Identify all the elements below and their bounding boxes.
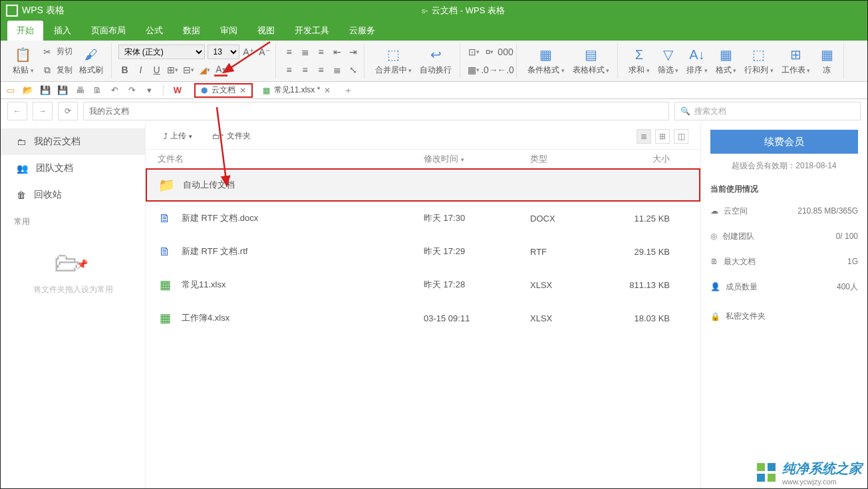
file-row[interactable]: 🗎新建 RTF 文档.rtf昨天 17:29RTF29.15 KB xyxy=(146,235,700,268)
freeze-button[interactable]: ▦冻 xyxy=(814,43,839,79)
newfolder-button[interactable]: 🗀⁺文件夹 xyxy=(206,127,257,145)
paste-button[interactable]: 📋 粘贴 xyxy=(9,46,38,76)
file-row[interactable]: ▦常见11.xlsx昨天 17:28XLSX811.13 KB xyxy=(146,268,700,301)
worksheet-button[interactable]: ⊞工作表 xyxy=(778,43,815,79)
file-row[interactable]: ▦工作簿4.xlsx03-15 09:11XLSX18.03 KB xyxy=(146,301,700,335)
indent-dec-icon[interactable]: ⇤ xyxy=(331,45,344,59)
search-box[interactable]: 🔍 搜索文档 xyxy=(674,102,861,120)
format-button[interactable]: ▦格式 xyxy=(712,43,741,79)
private-folder[interactable]: 🔒私密文件夹 xyxy=(710,311,858,322)
file-name: 自动上传文档 xyxy=(183,179,235,191)
menu-formula[interactable]: 公式 xyxy=(136,21,172,41)
cut-button[interactable]: ✂剪切 xyxy=(41,43,72,61)
refresh-button[interactable]: ⟳ xyxy=(58,102,78,120)
save-icon[interactable]: 💾 xyxy=(39,84,51,96)
forward-button[interactable]: → xyxy=(33,102,53,120)
wrap-button[interactable]: ↩自动换行 xyxy=(416,43,456,79)
italic-icon[interactable]: I xyxy=(134,63,148,77)
font-family-select[interactable]: 宋体 (正文) xyxy=(118,45,205,59)
cell-style-icon[interactable]: ▦ xyxy=(467,63,480,77)
col-name[interactable]: 文件名 xyxy=(158,153,424,165)
condfmt-button[interactable]: ▦条件格式 xyxy=(523,43,569,79)
print-icon[interactable]: 🖶 xyxy=(74,84,86,96)
menu-insert[interactable]: 插入 xyxy=(45,21,80,41)
font-shrink-icon[interactable]: A⁻ xyxy=(258,45,271,59)
file-row[interactable]: 🗎新建 RTF 文档.docx昨天 17:30DOCX11.25 KB xyxy=(146,202,700,235)
merge-button[interactable]: ⬚合并居中 xyxy=(371,43,416,79)
close-icon[interactable]: ✕ xyxy=(324,86,331,95)
dropzone[interactable]: 🗁📌 将文件夹拖入设为常用 xyxy=(1,247,145,295)
renew-button[interactable]: 续费会员 xyxy=(710,130,858,154)
font-color-icon[interactable]: A xyxy=(214,63,227,77)
border2-icon[interactable]: ⊟ xyxy=(182,63,196,77)
menu-devtools[interactable]: 开发工具 xyxy=(285,21,339,41)
align-right-icon[interactable]: ≡ xyxy=(315,63,328,77)
cloud-icon: ☁ xyxy=(710,206,718,216)
expire-text: 超级会员有效期：2018-08-14 xyxy=(710,160,858,172)
more-icon[interactable]: ▾ xyxy=(143,84,155,96)
align-left-icon[interactable]: ≡ xyxy=(283,63,296,77)
indent-inc-icon[interactable]: ⇥ xyxy=(347,45,360,59)
col-size[interactable]: 大小 xyxy=(603,153,670,165)
open-icon[interactable]: 📂 xyxy=(22,84,34,96)
wps-logo-icon[interactable]: W xyxy=(172,84,184,96)
align-top-icon[interactable]: ≡ xyxy=(283,45,296,59)
back-button[interactable]: ← xyxy=(7,102,27,120)
newfolder-icon: 🗀⁺ xyxy=(212,132,224,141)
close-icon[interactable]: ✕ xyxy=(239,86,246,95)
fill-color-icon[interactable]: ◢ xyxy=(198,63,212,77)
team-icon: 👥 xyxy=(17,163,28,174)
menu-view[interactable]: 视图 xyxy=(248,21,284,41)
col-time[interactable]: 修改时间 ▾ xyxy=(424,153,530,165)
col-type[interactable]: 类型 xyxy=(530,153,603,165)
dec-inc-icon[interactable]: .0→ xyxy=(483,63,496,77)
filter-button[interactable]: ▽筛选 xyxy=(654,43,683,79)
menu-start[interactable]: 开始 xyxy=(7,21,43,41)
bold-icon[interactable]: B xyxy=(118,63,132,77)
sort-button[interactable]: A↓排序 xyxy=(682,43,712,79)
file-size: 811.13 KB xyxy=(603,280,670,290)
align-center-icon[interactable]: ≡ xyxy=(299,63,312,77)
formatpainter-button[interactable]: 🖌 格式刷 xyxy=(75,46,107,76)
font-grow-icon[interactable]: A⁺ xyxy=(242,45,255,59)
preview-icon[interactable]: 🗎 xyxy=(91,84,103,96)
file-row[interactable]: 📁自动上传文档 xyxy=(146,168,700,202)
tab-cloud[interactable]: ⬢ 云文档 ✕ xyxy=(194,83,253,98)
align-bot-icon[interactable]: ≡ xyxy=(315,45,328,59)
sidebar-item-mydocs[interactable]: 🗀我的云文档 xyxy=(1,128,145,155)
sum-button[interactable]: Σ求和 xyxy=(625,43,654,79)
dec-dec-icon[interactable]: ←.0 xyxy=(499,63,512,77)
menu-layout[interactable]: 页面布局 xyxy=(82,21,135,41)
orient-icon[interactable]: ⤡ xyxy=(347,63,360,77)
underline-icon[interactable]: U xyxy=(150,63,164,77)
redo-icon[interactable]: ↷ xyxy=(126,84,138,96)
align-just-icon[interactable]: ≣ xyxy=(331,63,344,77)
view-panel-button[interactable]: ◫ xyxy=(674,129,688,144)
upload-button[interactable]: ⤴上传▾ xyxy=(158,127,198,145)
currency-icon[interactable]: ¤ xyxy=(483,45,496,59)
path-box[interactable]: 我的云文档 xyxy=(83,102,669,120)
menu-data[interactable]: 数据 xyxy=(174,21,210,41)
tablestyle-button[interactable]: ▤表格样式 xyxy=(569,43,614,79)
align-mid-icon[interactable]: ≣ xyxy=(299,45,312,59)
rowcol-button[interactable]: ⬚行和列 xyxy=(740,43,778,79)
window-title: s▫ 云文档 - WPS 表格 xyxy=(422,5,505,17)
sigma-icon: Σ xyxy=(631,46,648,63)
saveas-icon[interactable]: 💾 xyxy=(57,84,69,96)
file-rows: 📁自动上传文档🗎新建 RTF 文档.docx昨天 17:30DOCX11.25 … xyxy=(146,168,700,335)
number-format-icon[interactable]: ⊡ xyxy=(467,45,480,59)
border-icon[interactable]: ⊞ xyxy=(166,63,180,77)
sidebar-item-recycle[interactable]: 🗑回收站 xyxy=(1,182,145,208)
view-list-button[interactable]: ≣ xyxy=(637,129,651,144)
thousand-icon[interactable]: 000 xyxy=(499,45,512,59)
copy-button[interactable]: ⧉复制 xyxy=(41,62,72,79)
menu-cloud[interactable]: 云服务 xyxy=(340,21,384,41)
font-size-select[interactable]: 13 xyxy=(208,45,239,59)
menu-review[interactable]: 审阅 xyxy=(211,21,247,41)
tab-file2[interactable]: ▦ 常见11.xlsx * ✕ xyxy=(257,83,337,98)
add-tab-icon[interactable]: ＋ xyxy=(342,84,354,96)
sidebar-item-team[interactable]: 👥团队文档 xyxy=(1,155,145,182)
undo-icon[interactable]: ↶ xyxy=(108,84,120,96)
new-icon[interactable]: ▭ xyxy=(5,84,17,96)
view-grid-button[interactable]: ⊞ xyxy=(655,129,670,144)
